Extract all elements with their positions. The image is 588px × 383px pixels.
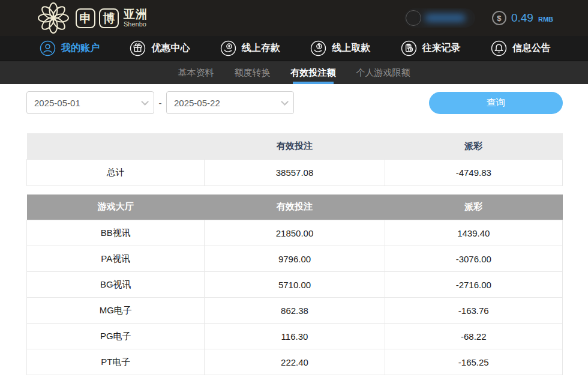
table-cell: BB视讯 [27, 220, 205, 246]
query-button[interactable]: 查询 [429, 92, 563, 114]
table-cell: -3076.00 [385, 246, 562, 272]
table-cell: MG电子 [27, 298, 205, 324]
subtab-label: 基本资料 [178, 67, 214, 79]
table-row: PG电子 116.30 -68.22 [27, 324, 563, 349]
column-header: 游戏大厅 [27, 195, 205, 220]
table-row: MG电子 862.38 -163.76 [27, 298, 563, 324]
table-row: PT电子 222.40 -165.25 [27, 349, 563, 375]
table-cell: -4749.83 [385, 159, 562, 185]
table-row: BB视讯 21850.00 1439.40 [27, 220, 563, 246]
nav-label: 线上取款 [332, 42, 370, 55]
table-cell: BG视讯 [27, 272, 205, 298]
active-tab-underline [293, 82, 334, 84]
table-cell: 9796.00 [205, 246, 385, 272]
table-cell: 5710.00 [205, 272, 385, 298]
table-cell: 总计 [27, 159, 205, 185]
bell-icon [491, 40, 507, 56]
table-cell: PG电子 [27, 324, 205, 349]
nav-label: 我的账户 [61, 42, 100, 55]
account-subnav: 基本资料 额度转换 有效投注额 个人游戏限额 [0, 61, 588, 84]
nav-item-promotions[interactable]: 优惠中心 [130, 40, 190, 56]
date-range-separator: - [154, 98, 166, 108]
nav-label: 往来记录 [422, 42, 461, 55]
detail-header-row: 游戏大厅 有效投注 派彩 [27, 195, 563, 220]
column-header: 有效投注 [205, 195, 385, 220]
summary-header-row: 有效投注 派彩 [27, 133, 563, 159]
date-to-select[interactable]: 2025-05-22 [166, 91, 294, 114]
column-header: 派彩 [385, 195, 562, 220]
logo-region-label: 亚洲 [124, 8, 148, 20]
table-row: PA视讯 9796.00 -3076.00 [27, 246, 563, 272]
deposit-icon [220, 40, 236, 56]
table-cell: 222.40 [205, 349, 385, 375]
table-cell: 21850.00 [205, 220, 385, 246]
table-cell: PA视讯 [27, 246, 205, 272]
summary-table: 有效投注 派彩 总计 38557.08 -4749.83 [26, 133, 563, 186]
detail-table: 游戏大厅 有效投注 派彩 BB视讯 21850.00 1439.40 PA视讯 … [26, 195, 563, 376]
avatar-icon [406, 10, 421, 26]
logo-subtitle: Shenbo [124, 21, 148, 28]
flower-logo-icon [37, 2, 70, 34]
tab-credit-transfer[interactable]: 额度转换 [235, 61, 271, 84]
top-header: 申 博 亚洲 Shenbo $ 0.49 RMB [0, 0, 588, 36]
table-cell: 862.38 [205, 298, 385, 324]
withdraw-icon [310, 40, 326, 56]
nav-label: 优惠中心 [151, 42, 190, 55]
brand-logo[interactable]: 申 博 亚洲 Shenbo [37, 2, 148, 34]
table-cell: PT电子 [27, 349, 205, 375]
user-icon [40, 40, 56, 56]
logo-char-shen: 申 [76, 8, 95, 28]
date-to-value: 2025-05-22 [174, 98, 220, 108]
table-cell: 1439.40 [385, 220, 562, 246]
table-cell: 38557.08 [205, 159, 385, 185]
nav-item-my-account[interactable]: 我的账户 [40, 40, 100, 56]
table-cell: -163.76 [385, 298, 562, 324]
subtab-label: 个人游戏限额 [356, 67, 410, 79]
table-row: 总计 38557.08 -4749.83 [27, 159, 563, 185]
column-header: 派彩 [385, 133, 562, 159]
blurred-username-text [425, 14, 466, 22]
date-filter-row: 2025-05-01 - 2025-05-22 查询 [26, 91, 563, 114]
dollar-icon: $ [492, 11, 506, 25]
records-icon [401, 40, 417, 56]
date-from-select[interactable]: 2025-05-01 [26, 91, 154, 114]
table-cell: -165.25 [385, 349, 562, 375]
username-blurred[interactable] [404, 8, 475, 28]
nav-label: 信息公告 [512, 42, 551, 55]
chevron-down-icon [141, 98, 149, 106]
nav-item-withdraw[interactable]: 线上取款 [310, 40, 370, 56]
nav-item-deposit[interactable]: 线上存款 [220, 40, 280, 56]
column-header: 有效投注 [205, 133, 385, 159]
logo-char-bo: 博 [99, 8, 119, 28]
nav-item-records[interactable]: 往来记录 [401, 40, 461, 56]
table-row: BG视讯 5710.00 -2716.00 [27, 272, 563, 298]
balance-currency: RMB [538, 16, 553, 23]
tab-personal-game-limits[interactable]: 个人游戏限额 [356, 61, 410, 84]
main-nav: 我的账户 优惠中心 线上存款 线上取款 [0, 36, 588, 61]
subtab-label: 额度转换 [235, 67, 271, 79]
tab-valid-bets[interactable]: 有效投注额 [291, 61, 336, 84]
nav-label: 线上存款 [242, 42, 280, 55]
balance-amount: 0.49 [511, 11, 533, 25]
table-cell: -2716.00 [385, 272, 562, 298]
balance-display: $ 0.49 RMB [492, 11, 553, 25]
main-content: 2025-05-01 - 2025-05-22 查询 有效投注 派彩 总计 38… [0, 84, 588, 375]
chevron-down-icon [281, 98, 289, 106]
subtab-label: 有效投注额 [291, 67, 336, 79]
table-cell: -68.22 [385, 324, 562, 349]
date-from-value: 2025-05-01 [34, 98, 80, 108]
nav-item-announcements[interactable]: 信息公告 [491, 40, 551, 56]
tab-basic-info[interactable]: 基本资料 [178, 61, 214, 84]
column-header [27, 133, 205, 159]
table-cell: 116.30 [205, 324, 385, 349]
gift-icon [130, 40, 146, 56]
